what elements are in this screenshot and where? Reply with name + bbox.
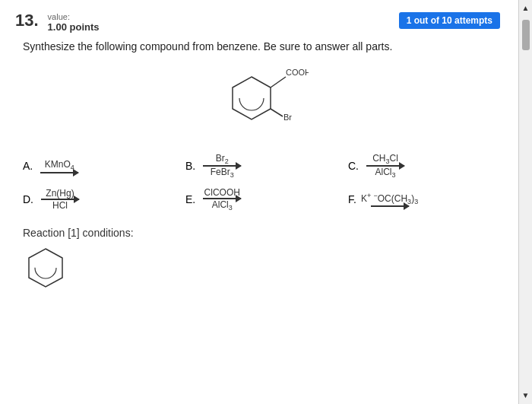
question-meta: value: 1.00 points xyxy=(48,12,100,33)
compound-svg: COOH Br xyxy=(210,62,309,138)
reaction-f-arrow xyxy=(371,205,409,207)
reaction-d-bottom: HCl xyxy=(52,200,68,211)
reaction-f: F. K+ −OC(CH3)3 xyxy=(348,187,503,212)
reaction-c-label: C. xyxy=(348,160,359,172)
question-text: Synthesize the following compound from b… xyxy=(23,40,503,52)
reaction-d-reagents: Zn(Hg) HCl xyxy=(38,188,82,211)
reaction-c-bottom: AlCl3 xyxy=(375,167,395,179)
scroll-down-button[interactable]: ▼ xyxy=(521,390,531,401)
svg-line-2 xyxy=(271,77,286,87)
reaction-conditions-label: Reaction [1] conditions: xyxy=(23,227,503,239)
scroll-thumb[interactable] xyxy=(522,20,530,50)
reaction-d-arrow xyxy=(41,199,79,200)
svg-point-7 xyxy=(35,257,56,278)
benzene-ring-svg xyxy=(23,245,68,291)
reaction-b-bottom: FeBr3 xyxy=(211,167,234,179)
reactions-grid: A. KMnO4 B. Br2 FeBr3 C. CH3Cl xyxy=(23,153,503,212)
reaction-e-top: ClCOOH xyxy=(204,187,240,198)
svg-point-1 xyxy=(239,86,264,110)
svg-line-4 xyxy=(271,109,283,116)
reaction-a-arrow xyxy=(40,172,78,173)
question-number: 13. xyxy=(15,12,39,29)
value-label: value: xyxy=(48,12,100,21)
reaction-f-reagents: K+ −OC(CH3)3 xyxy=(361,192,418,207)
reaction-b-top: Br2 xyxy=(216,153,229,165)
points-value: 1.00 points xyxy=(48,21,100,33)
reaction-e-label: E. xyxy=(185,193,195,205)
reaction-e: E. ClCOOH AlCl3 xyxy=(185,187,340,212)
scrollbar: ▲ ▼ xyxy=(518,0,532,404)
svg-text:COOH: COOH xyxy=(286,68,309,77)
reaction-d: D. Zn(Hg) HCl xyxy=(23,187,178,212)
reaction-b: B. Br2 FeBr3 xyxy=(185,153,340,180)
reaction-a-reagents: KMnO4 xyxy=(37,159,81,173)
svg-marker-0 xyxy=(233,77,271,119)
reaction-c-top: CH3Cl xyxy=(372,153,398,165)
compound-structure: COOH Br xyxy=(15,62,503,138)
reaction-b-label: B. xyxy=(185,160,195,172)
reaction-e-arrow xyxy=(203,198,241,199)
reaction-c-reagents: CH3Cl AlCl3 xyxy=(363,153,407,180)
attempts-badge: 1 out of 10 attempts xyxy=(399,12,500,29)
reaction-c: C. CH3Cl AlCl3 xyxy=(348,153,503,180)
scroll-up-button[interactable]: ▲ xyxy=(521,3,531,14)
reaction-d-label: D. xyxy=(23,193,33,205)
reaction-b-reagents: Br2 FeBr3 xyxy=(200,153,244,180)
reaction-b-arrow xyxy=(203,165,241,167)
reaction-f-top: K+ −OC(CH3)3 xyxy=(361,192,418,205)
reaction-e-bottom: AlCl3 xyxy=(212,199,233,212)
reaction-d-top: Zn(Hg) xyxy=(46,188,74,199)
reaction-a-top: KMnO4 xyxy=(45,159,74,171)
reaction-1-structure xyxy=(23,245,503,294)
svg-marker-6 xyxy=(29,249,62,287)
reaction-c-arrow xyxy=(366,165,404,167)
reaction-e-reagents: ClCOOH AlCl3 xyxy=(200,187,244,212)
reaction-a: A. KMnO4 xyxy=(23,153,178,180)
svg-text:Br: Br xyxy=(283,113,292,122)
reaction-f-label: F. xyxy=(348,193,356,205)
reaction-a-label: A. xyxy=(23,160,33,172)
